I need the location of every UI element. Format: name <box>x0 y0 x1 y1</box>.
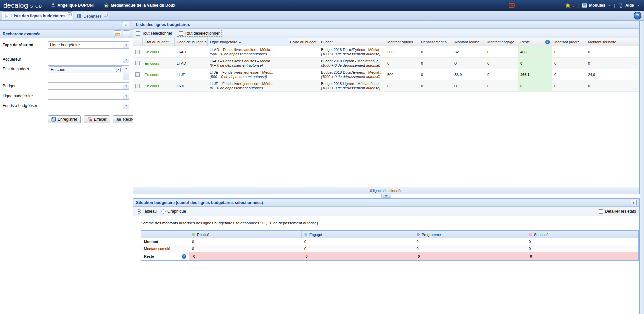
col-souhaite: Souhaité <box>526 231 638 238</box>
ligne-budgetaire-label: Ligne budgétaire <box>3 92 48 98</box>
cell-code: LI-JE <box>175 80 208 91</box>
radio-graphique[interactable] <box>161 209 166 214</box>
summary-suffix: (+ 0 de dépassement autorisé). <box>266 221 319 225</box>
cell-code: LI-JE <box>175 69 208 80</box>
info-icon[interactable] <box>545 40 550 44</box>
col-montant-programme[interactable]: Montant progra... <box>552 38 586 46</box>
row-checkbox[interactable] <box>135 72 140 77</box>
chevron-down-icon[interactable] <box>123 102 129 109</box>
cell-code: LI-AD <box>175 58 208 69</box>
help-button[interactable] <box>634 12 641 19</box>
collapse-panel-button[interactable] <box>123 30 130 37</box>
help-menu[interactable]: Aide <box>619 3 639 8</box>
table-row[interactable]: En cours LI-JE LI-JE – Fonds livres jeun… <box>133 80 639 92</box>
view-graphique-option[interactable]: Graphique <box>161 209 186 214</box>
tab-depenses[interactable]: Dépenses <box>74 12 109 20</box>
row-checkbox[interactable] <box>135 84 140 88</box>
situation-panel-header: Situation budgétaire (cumul des lignes b… <box>133 199 639 207</box>
table-row[interactable]: En cours LI-JE LI-JE – Fonds livres jeun… <box>133 69 639 80</box>
montant-cumule-row: Montant cumulé 0 0 0 0 <box>141 245 638 252</box>
vertical-scrollbar[interactable] <box>640 21 644 314</box>
col-montant-autorise[interactable]: Montant autoris... <box>385 38 419 46</box>
cell-realise: 32 <box>452 46 485 57</box>
chevron-down-icon[interactable] <box>123 42 129 48</box>
remove-chip-icon[interactable] <box>116 68 121 72</box>
favorites-widget[interactable]: 5 <box>565 3 574 8</box>
chevron-down-icon <box>637 5 639 6</box>
current-user[interactable]: Angélique DUPONT <box>51 3 95 8</box>
cell-budget: Budget 2018 Doux/Eyrieux - Médiat...(100… <box>319 46 385 57</box>
situation-table: Réalisé Engagé Programmé Souhaité <box>141 230 639 261</box>
clear-label: Effacer <box>94 117 107 122</box>
select-all-checkbox[interactable] <box>136 31 140 36</box>
type-resultat-select[interactable]: Ligne budgétaire <box>48 41 129 49</box>
collapse-handle[interactable] <box>381 194 391 198</box>
table-empty-area <box>133 92 639 187</box>
current-library[interactable]: Médiathèque de la Vallée du Doux <box>104 3 175 8</box>
cell-reste: 0 <box>518 58 552 69</box>
chevron-down-icon[interactable] <box>123 56 129 63</box>
detail-states-control[interactable]: Détailler les états <box>599 209 636 214</box>
row-checkbox[interactable] <box>135 50 140 54</box>
deselect-all-checkbox[interactable] <box>179 31 183 36</box>
col-ligne-budgetaire[interactable]: Ligne budgétaire <box>208 38 288 46</box>
summary-value: 0 <box>262 221 264 225</box>
info-icon[interactable] <box>182 254 186 259</box>
detail-states-checkbox[interactable] <box>599 209 603 214</box>
save-button[interactable]: Enregistrer <box>48 115 81 123</box>
folder-icon[interactable] <box>114 30 121 37</box>
chevron-down-icon[interactable] <box>123 92 129 99</box>
col-depassement[interactable]: Dépassement a... <box>419 38 452 46</box>
souhaite-dot-icon <box>529 233 532 236</box>
cell-programme: 0 <box>552 58 586 69</box>
view-tableau-option[interactable]: Tableau <box>137 209 157 214</box>
chevron-down-icon[interactable] <box>123 83 129 89</box>
chevron-down-icon[interactable] <box>123 66 129 80</box>
cell-ligne: LI-AD – Fonds livres adultes – Média...(… <box>208 58 288 69</box>
reste-row: Reste -0 -0 -0 -0 <box>141 252 638 260</box>
status-en-cours: En cours <box>145 73 173 77</box>
selection-status: 0 ligne sélectionnée <box>370 189 402 193</box>
tab-bar: Liste des lignes budgétaires Dépenses <box>0 11 644 21</box>
budget-label: Budget <box>3 82 48 88</box>
etat-budget-multiselect[interactable]: En cours <box>48 65 129 80</box>
notification-icon[interactable] <box>509 3 515 8</box>
brand-logo: decalog SIGB <box>3 2 42 9</box>
table-row[interactable]: En cours LI-AD LI-AD – Fonds livres adul… <box>133 46 639 58</box>
separator: | <box>614 3 615 8</box>
fonds-select[interactable] <box>48 102 129 109</box>
tab-liste-lignes-budgetaires[interactable]: Liste des lignes budgétaires <box>2 11 73 20</box>
document-icon <box>5 14 9 18</box>
close-icon[interactable] <box>104 13 108 17</box>
cell-engage: 0 <box>485 58 518 69</box>
col-filler <box>619 38 639 46</box>
table-row[interactable]: En cours LI-AD LI-AD – Fonds livres adul… <box>133 58 639 69</box>
select-all-control[interactable]: Tout sélectionner <box>136 31 172 36</box>
modules-menu[interactable]: Modules <box>582 3 611 8</box>
close-icon[interactable] <box>68 12 72 16</box>
col-montant-souhaite[interactable]: Montant souhaité <box>586 38 619 46</box>
ligne-budgetaire-select[interactable] <box>48 92 129 100</box>
deselect-all-control[interactable]: Tout désélectionner <box>177 30 221 36</box>
col-etat-du-budget[interactable]: État du budget <box>143 38 175 46</box>
cell-engage: 0 <box>485 69 518 80</box>
row-checkbox[interactable] <box>135 61 140 65</box>
clear-button[interactable]: Effacer <box>84 115 110 123</box>
radio-tableau[interactable] <box>137 209 141 214</box>
col-label: Reste <box>520 40 530 44</box>
cell-realise: 0 <box>452 80 485 91</box>
user-name: Angélique DUPONT <box>57 3 95 8</box>
col-budget[interactable]: Budget <box>319 38 385 46</box>
col-realise: Réalisé <box>189 231 302 238</box>
col-reste[interactable]: Reste <box>518 38 552 46</box>
col-montant-engage[interactable]: Montant engagé <box>485 38 518 46</box>
col-code-ligne[interactable]: Code de la ligne bu <box>175 38 208 46</box>
col-montant-realise[interactable]: Montant réalisé <box>452 38 485 46</box>
acquereur-select[interactable] <box>48 56 129 63</box>
collapse-down-button[interactable] <box>631 200 637 205</box>
col-code-budget[interactable]: Code du budget <box>288 38 319 46</box>
logo-text: decalog <box>3 2 28 9</box>
collapse-sidebar-button[interactable] <box>122 22 129 28</box>
cell-realise: 0 <box>452 58 485 69</box>
budget-select[interactable] <box>48 82 129 90</box>
